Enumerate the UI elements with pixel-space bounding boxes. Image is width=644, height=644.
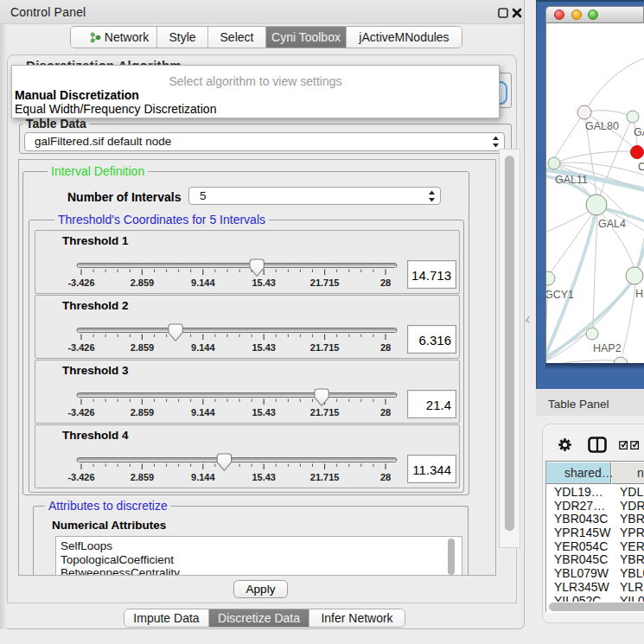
svg-text:GAL4: GAL4 bbox=[598, 218, 626, 230]
svg-text:2.859: 2.859 bbox=[131, 342, 155, 353]
svg-text:28: 28 bbox=[380, 342, 391, 353]
svg-text:28: 28 bbox=[380, 472, 391, 482]
svg-text:28: 28 bbox=[380, 277, 391, 288]
svg-text:21.715: 21.715 bbox=[310, 277, 340, 288]
svg-text:21.715: 21.715 bbox=[310, 472, 340, 482]
svg-text:-3.426: -3.426 bbox=[67, 277, 94, 288]
svg-text:GAL80: GAL80 bbox=[585, 120, 619, 132]
svg-text:2.859: 2.859 bbox=[131, 277, 155, 288]
svg-text:HI: HI bbox=[635, 288, 644, 300]
svg-text:2.859: 2.859 bbox=[131, 407, 155, 418]
svg-text:CR: CR bbox=[638, 161, 644, 173]
svg-text:21.715: 21.715 bbox=[310, 407, 340, 418]
svg-text:GCY1: GCY1 bbox=[546, 289, 574, 301]
svg-text:9.144: 9.144 bbox=[191, 407, 215, 418]
svg-text:9.144: 9.144 bbox=[191, 277, 215, 288]
svg-text:28: 28 bbox=[380, 407, 391, 418]
svg-text:15.43: 15.43 bbox=[252, 407, 276, 418]
svg-text:GAL11: GAL11 bbox=[555, 174, 588, 186]
svg-text:HAP2: HAP2 bbox=[593, 342, 622, 354]
svg-text:GA: GA bbox=[634, 126, 644, 138]
svg-text:15.43: 15.43 bbox=[252, 472, 276, 482]
svg-text:9.144: 9.144 bbox=[191, 342, 215, 353]
svg-text:-3.426: -3.426 bbox=[67, 407, 94, 418]
svg-text:2.859: 2.859 bbox=[131, 472, 155, 482]
svg-text:-3.426: -3.426 bbox=[67, 472, 94, 482]
svg-text:-3.426: -3.426 bbox=[67, 342, 94, 353]
svg-text:15.43: 15.43 bbox=[252, 277, 276, 288]
svg-text:15.43: 15.43 bbox=[252, 342, 276, 353]
svg-text:9.144: 9.144 bbox=[191, 472, 215, 482]
svg-text:21.715: 21.715 bbox=[310, 342, 340, 353]
